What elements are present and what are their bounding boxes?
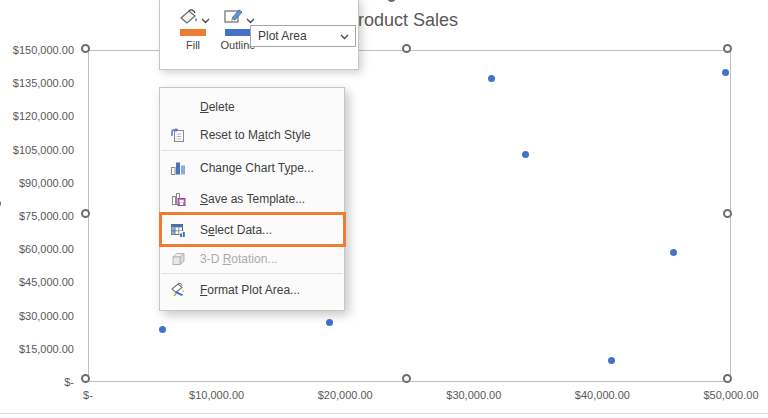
x-tick-label: $- xyxy=(43,389,133,401)
selection-handle-middle-right[interactable] xyxy=(723,209,732,218)
menu-item-delete[interactable]: Delete xyxy=(160,93,344,120)
selection-handle-top-center[interactable] xyxy=(402,44,411,53)
menu-separator xyxy=(161,150,343,151)
x-tick-label: $20,000.00 xyxy=(300,389,390,401)
selection-handle-middle-left[interactable] xyxy=(81,209,90,218)
context-menu: Delete Reset to Match Style Change Chart… xyxy=(159,87,345,311)
selection-handle-top-left[interactable] xyxy=(81,44,90,53)
x-tick-label: $10,000.00 xyxy=(172,389,262,401)
menu-item-format-plot-area[interactable]: Format Plot Area... xyxy=(160,275,344,304)
y-tick-label: $120,000.00 xyxy=(4,110,74,122)
fill-button-label: Fill xyxy=(186,39,200,51)
selection-handle-top-edge[interactable] xyxy=(387,0,396,2)
menu-item-change-chart-type[interactable]: Change Chart Type... xyxy=(160,152,344,183)
x-tick-label: $30,000.00 xyxy=(429,389,519,401)
y-tick-label: $135,000.00 xyxy=(4,77,74,89)
x-tick-label: $50,000.00 xyxy=(686,389,768,401)
mini-toolbar: Fill Outline Plot Area xyxy=(159,0,359,70)
fill-dropdown-chevron-icon xyxy=(201,10,210,28)
selection-handle-top-right[interactable] xyxy=(723,44,732,53)
outline-pen-icon xyxy=(222,8,244,28)
reset-style-icon xyxy=(166,127,190,143)
fill-bucket-icon xyxy=(177,8,199,28)
x-tick-label: $40,000.00 xyxy=(557,389,647,401)
data-point[interactable] xyxy=(326,319,333,326)
y-tick-label: $75,000.00 xyxy=(4,210,74,222)
y-tick-label: $150,000.00 xyxy=(4,44,74,56)
fill-color-swatch xyxy=(180,29,206,36)
selection-handle-left-edge[interactable] xyxy=(0,199,1,208)
3d-rotation-icon xyxy=(166,251,190,267)
y-tick-label: $60,000.00 xyxy=(4,243,74,255)
y-tick-label: $45,000.00 xyxy=(4,276,74,288)
chart-element-dropdown-value: Plot Area xyxy=(258,29,307,43)
menu-separator xyxy=(161,273,343,274)
menu-item-select-data[interactable]: Select Data... xyxy=(160,214,344,245)
chart-element-dropdown[interactable]: Plot Area xyxy=(250,25,356,47)
y-tick-label: $90,000.00 xyxy=(4,177,74,189)
selection-handle-bottom-right[interactable] xyxy=(723,374,732,383)
chart-element-dropdown-chevron-icon xyxy=(340,29,349,43)
selection-handle-bottom-left[interactable] xyxy=(81,374,90,383)
y-tick-label: $- xyxy=(4,376,74,388)
menu-item-reset-to-match-style[interactable]: Reset to Match Style xyxy=(160,120,344,149)
y-tick-label: $30,000.00 xyxy=(4,310,74,322)
data-point[interactable] xyxy=(522,151,529,158)
menu-item-3d-rotation: 3-D Rotation... xyxy=(160,245,344,272)
format-plot-area-icon xyxy=(166,282,190,298)
outline-color-swatch xyxy=(225,29,251,36)
data-point[interactable] xyxy=(608,357,615,364)
select-data-icon xyxy=(166,222,190,238)
fill-button[interactable]: Fill xyxy=(170,8,216,51)
selection-handle-bottom-center[interactable] xyxy=(402,374,411,383)
chart-area-bottom-border xyxy=(0,413,768,414)
y-tick-label: $15,000.00 xyxy=(4,343,74,355)
save-as-template-icon xyxy=(166,191,190,207)
menu-item-save-as-template[interactable]: Save as Template... xyxy=(160,183,344,214)
y-tick-label: $105,000.00 xyxy=(4,144,74,156)
change-chart-type-icon xyxy=(166,160,190,176)
